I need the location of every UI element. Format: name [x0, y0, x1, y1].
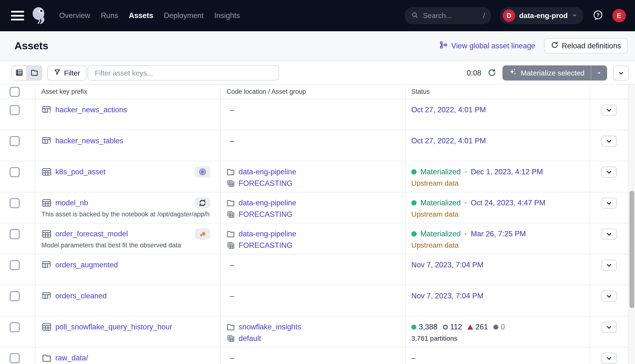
partitions-total: 3,761 partitions	[411, 335, 589, 342]
asset-group-link[interactable]: FORECASTING	[239, 241, 292, 250]
folder-icon	[226, 229, 235, 238]
scrollbar-thumb[interactable]	[629, 191, 634, 308]
asset-description: Model parameters that best fit the obser…	[41, 242, 210, 249]
hollow-circle-icon	[443, 324, 448, 330]
filter-asset-keys-input[interactable]	[88, 66, 279, 80]
nav-item-assets[interactable]: Assets	[129, 11, 154, 20]
nav-item-deployment[interactable]: Deployment	[164, 11, 204, 20]
reload-icon	[551, 41, 558, 51]
expand-row-button[interactable]	[601, 166, 617, 178]
refresh-countdown: 0:08	[467, 69, 481, 78]
nav-item-runs[interactable]: Runs	[101, 11, 118, 20]
reload-definitions-button[interactable]: Reload definitions	[544, 38, 628, 54]
table-row: orders_augmented –Nov 7, 2023, 7:04 PM	[0, 254, 635, 286]
asset-link[interactable]: raw_data/	[55, 354, 88, 362]
asset-group-link[interactable]: default	[239, 334, 261, 343]
help-icon[interactable]: ?	[592, 10, 604, 22]
asset-link[interactable]: hacker_news_actions	[55, 106, 127, 114]
code-location-link[interactable]: data-eng-pipeline	[239, 230, 296, 238]
lineage-icon	[439, 41, 448, 51]
materialization-date-link[interactable]: Oct 27, 2022, 4:01 PM	[411, 106, 486, 114]
materialize-options-caret[interactable]	[591, 66, 607, 80]
asset-group-icon	[226, 241, 235, 250]
separator-dot	[464, 171, 467, 173]
table-icon	[41, 198, 52, 208]
asset-group-link[interactable]: FORECASTING	[239, 210, 292, 219]
table-row: poll_snowflake_query_history_hour snowfl…	[0, 316, 635, 348]
asset-link[interactable]: k8s_pod_asset	[55, 168, 106, 176]
table-row: hacker_news_actions –Oct 27, 2022, 4:01 …	[0, 99, 635, 130]
expand-row-button[interactable]	[601, 260, 617, 271]
materialization-date-link[interactable]: Nov 7, 2023, 7:04 PM	[411, 260, 483, 269]
folder-icon	[226, 322, 235, 332]
list-view-toggle[interactable]	[12, 66, 27, 80]
expand-row-button[interactable]	[601, 291, 617, 302]
row-checkbox[interactable]	[10, 136, 20, 146]
upstream-data-note: Upstream data	[411, 210, 589, 218]
scrollbar-track[interactable]	[629, 85, 635, 364]
dagster-logo[interactable]	[29, 6, 48, 26]
asset-link[interactable]: order_forecast_model	[55, 230, 128, 238]
table-row: orders_cleaned –Nov 7, 2023, 7:04 PM	[0, 286, 635, 316]
location-empty-dash: –	[230, 292, 405, 300]
folder-icon	[41, 353, 52, 363]
materialization-date-link[interactable]: Mar 26, 7:25 PM	[471, 230, 526, 238]
separator-dot	[464, 233, 467, 235]
top-nav: Overview Runs Assets Deployment Insights…	[0, 0, 635, 31]
code-location-link[interactable]: snowflake_insights	[239, 323, 301, 331]
materialization-date-link[interactable]: Oct 27, 2022, 4:01 PM	[411, 136, 486, 145]
filter-button[interactable]: Filter	[47, 66, 86, 80]
expand-row-button[interactable]	[601, 229, 617, 240]
search-placeholder: Search...	[423, 12, 479, 20]
code-location-link[interactable]: data-eng-pipeline	[239, 168, 296, 176]
jupyter-badge	[195, 198, 210, 208]
select-all-checkbox[interactable]	[10, 87, 20, 97]
expand-row-button[interactable]	[601, 136, 617, 147]
deployment-name: data-eng-prod	[519, 12, 568, 20]
folder-icon	[226, 167, 235, 176]
view-global-asset-lineage-link[interactable]: View global asset lineage	[439, 41, 535, 51]
more-actions-button[interactable]	[613, 66, 629, 80]
asset-link[interactable]: orders_augmented	[55, 260, 118, 269]
expand-row-button[interactable]	[601, 198, 617, 209]
row-checkbox[interactable]	[10, 105, 20, 115]
materialize-button-label: Materialize selected	[521, 69, 584, 77]
table-icon	[41, 322, 52, 332]
row-checkbox[interactable]	[10, 291, 20, 301]
asset-link[interactable]: orders_cleaned	[55, 292, 107, 300]
refresh-icon[interactable]	[487, 68, 496, 78]
row-checkbox[interactable]	[10, 322, 20, 332]
search-input[interactable]: Search... /	[405, 7, 491, 24]
row-checkbox[interactable]	[10, 229, 20, 239]
folder-view-toggle[interactable]	[27, 66, 42, 80]
chevron-down-icon	[571, 12, 578, 19]
assets-toolbar: Filter 0:08 Materialize selected	[0, 61, 635, 85]
asset-link[interactable]: poll_snowflake_query_history_hour	[55, 323, 172, 331]
filter-button-label: Filter	[64, 69, 80, 77]
nav-item-insights[interactable]: Insights	[214, 11, 240, 20]
materialization-date-link[interactable]: Dec 1, 2023, 4:12 PM	[471, 168, 543, 176]
row-checkbox[interactable]	[10, 353, 20, 363]
nav-menu: Overview Runs Assets Deployment Insights	[59, 11, 240, 20]
row-checkbox[interactable]	[10, 198, 20, 208]
expand-row-button[interactable]	[601, 104, 617, 116]
materialization-date-link[interactable]: Nov 7, 2023, 7:04 PM	[411, 292, 483, 300]
asset-group-link[interactable]: FORECASTING	[239, 179, 292, 188]
expand-row-button[interactable]	[601, 322, 617, 333]
code-location-link[interactable]: data-eng-pipeline	[239, 198, 296, 207]
location-empty-dash: –	[230, 260, 405, 269]
row-checkbox[interactable]	[10, 260, 20, 270]
hamburger-icon[interactable]	[11, 11, 24, 20]
row-checkbox[interactable]	[10, 167, 20, 177]
asset-link[interactable]: hacker_news_tables	[55, 136, 123, 145]
expand-row-button[interactable]	[601, 353, 617, 364]
avatar[interactable]: E	[612, 9, 626, 22]
asset-link[interactable]: model_nb	[55, 198, 88, 207]
table-prefix-icon	[41, 260, 52, 270]
deployment-switcher[interactable]: D data-eng-prod	[500, 7, 583, 24]
table-prefix-icon	[41, 136, 52, 146]
view-mode-toggle	[11, 66, 42, 80]
materialization-date-link[interactable]: Oct 24, 2023, 4:47 PM	[471, 198, 545, 207]
materialize-selected-button[interactable]: Materialize selected	[502, 66, 607, 80]
nav-item-overview[interactable]: Overview	[59, 11, 90, 20]
